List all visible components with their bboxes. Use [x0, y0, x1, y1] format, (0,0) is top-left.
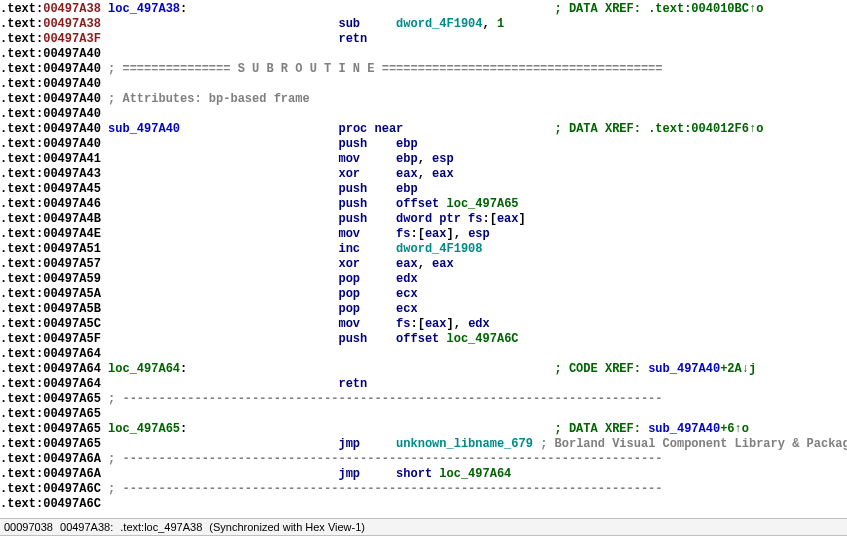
- address[interactable]: 00497A64: [43, 347, 101, 361]
- asm-line[interactable]: .text:00497A5A pop ecx: [0, 287, 847, 302]
- asm-line[interactable]: .text:00497A3F retn: [0, 32, 847, 47]
- operands[interactable]: eax, eax: [396, 257, 454, 271]
- operands[interactable]: ecx: [396, 302, 418, 316]
- disassembly-view[interactable]: .text:00497A38 loc_497A38: ; DATA XREF: …: [0, 0, 847, 514]
- address[interactable]: 00497A40: [43, 77, 101, 91]
- asm-line[interactable]: .text:00497A38 sub dword_4F1904, 1: [0, 17, 847, 32]
- asm-line[interactable]: .text:00497A40: [0, 77, 847, 92]
- address[interactable]: 00497A40: [43, 137, 101, 151]
- operands[interactable]: fs:[eax], esp: [396, 227, 490, 241]
- asm-line[interactable]: .text:00497A57 xor eax, eax: [0, 257, 847, 272]
- asm-line[interactable]: .text:00497A5B pop ecx: [0, 302, 847, 317]
- xref[interactable]: ; DATA XREF: .text:004012F6↑o: [555, 122, 764, 136]
- operands[interactable]: dword ptr fs:[eax]: [396, 212, 526, 226]
- asm-line[interactable]: .text:00497A43 xor eax, eax: [0, 167, 847, 182]
- address[interactable]: 00497A45: [43, 182, 101, 196]
- operands[interactable]: unknown_libname_679 ; Borland Visual Com…: [396, 437, 847, 451]
- code-label[interactable]: loc_497A38: [108, 2, 180, 16]
- address[interactable]: 00497A3F: [43, 32, 101, 46]
- address[interactable]: 00497A4B: [43, 212, 101, 226]
- address[interactable]: 00497A40: [43, 47, 101, 61]
- asm-line[interactable]: .text:00497A51 inc dword_4F1908: [0, 242, 847, 257]
- mnemonic: proc near: [338, 122, 403, 136]
- asm-line[interactable]: .text:00497A6A jmp short loc_497A64: [0, 467, 847, 482]
- address[interactable]: 00497A4E: [43, 227, 101, 241]
- operands[interactable]: ebp, esp: [396, 152, 454, 166]
- asm-line[interactable]: .text:00497A40 ; =============== S U B R…: [0, 62, 847, 77]
- comment: ; =============== S U B R O U T I N E ==…: [108, 62, 663, 76]
- address[interactable]: 00497A6C: [43, 482, 101, 496]
- code-label[interactable]: loc_497A65: [108, 422, 180, 436]
- address[interactable]: 00497A65: [43, 422, 101, 436]
- code-label[interactable]: sub_497A40: [108, 122, 180, 136]
- asm-line[interactable]: .text:00497A41 mov ebp, esp: [0, 152, 847, 167]
- asm-line[interactable]: .text:00497A4B push dword ptr fs:[eax]: [0, 212, 847, 227]
- asm-line[interactable]: .text:00497A65 loc_497A65: ; DATA XREF: …: [0, 422, 847, 437]
- operands[interactable]: ecx: [396, 287, 418, 301]
- address[interactable]: 00497A6C: [43, 497, 101, 511]
- asm-line[interactable]: .text:00497A40: [0, 47, 847, 62]
- asm-line[interactable]: .text:00497A38 loc_497A38: ; DATA XREF: …: [0, 2, 847, 17]
- operands[interactable]: fs:[eax], edx: [396, 317, 490, 331]
- asm-line[interactable]: .text:00497A64: [0, 347, 847, 362]
- operands[interactable]: ebp: [396, 137, 418, 151]
- asm-line[interactable]: .text:00497A5C mov fs:[eax], edx: [0, 317, 847, 332]
- address[interactable]: 00497A57: [43, 257, 101, 271]
- address[interactable]: 00497A43: [43, 167, 101, 181]
- asm-line[interactable]: .text:00497A59 pop edx: [0, 272, 847, 287]
- operands[interactable]: offset loc_497A6C: [396, 332, 518, 346]
- asm-line[interactable]: .text:00497A65: [0, 407, 847, 422]
- address[interactable]: 00497A40: [43, 107, 101, 121]
- operands[interactable]: dword_4F1908: [396, 242, 482, 256]
- segment-prefix: .text:: [0, 47, 43, 61]
- address[interactable]: 00497A6A: [43, 467, 101, 481]
- address[interactable]: 00497A5C: [43, 317, 101, 331]
- address[interactable]: 00497A65: [43, 392, 101, 406]
- address[interactable]: 00497A5B: [43, 302, 101, 316]
- address[interactable]: 00497A38: [43, 17, 101, 31]
- asm-line[interactable]: .text:00497A40 push ebp: [0, 137, 847, 152]
- address[interactable]: 00497A41: [43, 152, 101, 166]
- address[interactable]: 00497A65: [43, 437, 101, 451]
- address[interactable]: 00497A40: [43, 62, 101, 76]
- address[interactable]: 00497A6A: [43, 452, 101, 466]
- xref[interactable]: ; DATA XREF: .text:004010BC↑o: [555, 2, 764, 16]
- asm-line[interactable]: .text:00497A40 sub_497A40 proc near ; DA…: [0, 122, 847, 137]
- address[interactable]: 00497A38: [43, 2, 101, 16]
- address[interactable]: 00497A51: [43, 242, 101, 256]
- operands[interactable]: short loc_497A64: [396, 467, 511, 481]
- asm-line[interactable]: .text:00497A6C: [0, 497, 847, 512]
- asm-line[interactable]: .text:00497A6C ; -----------------------…: [0, 482, 847, 497]
- segment-prefix: .text:: [0, 392, 43, 406]
- operands[interactable]: edx: [396, 272, 418, 286]
- address[interactable]: 00497A5F: [43, 332, 101, 346]
- asm-line[interactable]: .text:00497A5F push offset loc_497A6C: [0, 332, 847, 347]
- address[interactable]: 00497A59: [43, 272, 101, 286]
- address[interactable]: 00497A64: [43, 377, 101, 391]
- address[interactable]: 00497A5A: [43, 287, 101, 301]
- address[interactable]: 00497A46: [43, 197, 101, 211]
- operands[interactable]: offset loc_497A65: [396, 197, 518, 211]
- operands[interactable]: dword_4F1904, 1: [396, 17, 504, 31]
- address[interactable]: 00497A40: [43, 122, 101, 136]
- address[interactable]: 00497A64: [43, 362, 101, 376]
- mnemonic: xor: [338, 167, 360, 181]
- asm-line[interactable]: .text:00497A65 jmp unknown_libname_679 ;…: [0, 437, 847, 452]
- xref[interactable]: ; CODE XREF: sub_497A40+2A↓j: [555, 362, 757, 376]
- code-label[interactable]: loc_497A64: [108, 362, 180, 376]
- asm-line[interactable]: .text:00497A45 push ebp: [0, 182, 847, 197]
- segment-prefix: .text:: [0, 62, 43, 76]
- operands[interactable]: eax, eax: [396, 167, 454, 181]
- asm-line[interactable]: .text:00497A65 ; -----------------------…: [0, 392, 847, 407]
- asm-line[interactable]: .text:00497A4E mov fs:[eax], esp: [0, 227, 847, 242]
- address[interactable]: 00497A65: [43, 407, 101, 421]
- asm-line[interactable]: .text:00497A64 retn: [0, 377, 847, 392]
- asm-line[interactable]: .text:00497A64 loc_497A64: ; CODE XREF: …: [0, 362, 847, 377]
- asm-line[interactable]: .text:00497A6A ; -----------------------…: [0, 452, 847, 467]
- xref[interactable]: ; DATA XREF: sub_497A40+6↑o: [555, 422, 749, 436]
- operands[interactable]: ebp: [396, 182, 418, 196]
- asm-line[interactable]: .text:00497A40: [0, 107, 847, 122]
- address[interactable]: 00497A40: [43, 92, 101, 106]
- asm-line[interactable]: .text:00497A40 ; Attributes: bp-based fr…: [0, 92, 847, 107]
- asm-line[interactable]: .text:00497A46 push offset loc_497A65: [0, 197, 847, 212]
